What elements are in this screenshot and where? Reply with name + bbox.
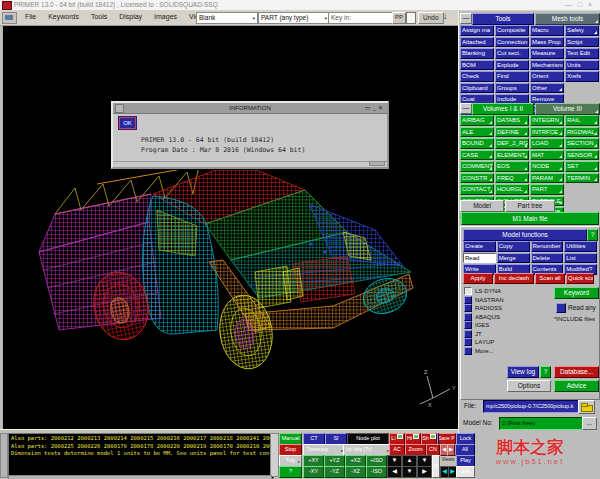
tool-cut-sect-[interactable]: Cut sect.: [495, 48, 529, 59]
r-button[interactable]: R: [432, 455, 440, 478]
console-scrollbar-left[interactable]: [0, 433, 8, 478]
file-path-input[interactable]: mp/c2500pickup-0.7/C2500pickup.k: [483, 400, 579, 413]
menu-images[interactable]: Images: [149, 10, 182, 24]
tool-mechanism[interactable]: Mechanism: [530, 60, 564, 71]
view-log-help-button[interactable]: ?: [540, 366, 551, 378]
mf-list[interactable]: List: [564, 253, 597, 264]
keyword-termin[interactable]: TERMIN: [565, 173, 599, 184]
dialog-resize-handle[interactable]: [369, 161, 385, 166]
dock-arrow-icon[interactable]: ↓: [443, 11, 448, 21]
tool-find[interactable]: Find: [495, 71, 529, 82]
main-file-bar[interactable]: M1 Main file: [461, 212, 599, 225]
options-button[interactable]: Options: [507, 380, 551, 392]
window-menu-icon[interactable]: [2, 12, 17, 24]
mf-copy[interactable]: Copy: [497, 241, 530, 252]
keyword-eos[interactable]: EOS: [495, 161, 529, 172]
mf-read[interactable]: Read: [463, 253, 496, 264]
keyword-set[interactable]: SET: [565, 161, 599, 172]
console-output[interactable]: Also parts: 2000212 2000213 2000214 2000…: [8, 433, 274, 479]
database-button[interactable]: Database...: [554, 366, 599, 378]
action-quick-scan[interactable]: Quick scan: [566, 273, 594, 284]
keyword-constr[interactable]: CONSTR: [460, 173, 494, 184]
close-icon[interactable]: ✕: [378, 105, 385, 111]
rotate-right-icon[interactable]: ▶: [417, 466, 432, 478]
console-scrollbar-bottom[interactable]: [8, 475, 272, 479]
tab-tools[interactable]: Tools: [472, 13, 534, 25]
tool-composite[interactable]: Composite: [495, 25, 529, 36]
tool-safety[interactable]: Safety: [565, 25, 599, 36]
folder-icon[interactable]: [578, 400, 595, 414]
keyword-case[interactable]: CASE: [460, 150, 494, 161]
tab-volumes-1-2[interactable]: Volumes I & II: [472, 103, 534, 115]
tool-bom[interactable]: BOM: [460, 60, 494, 71]
mf-create[interactable]: Create: [463, 241, 496, 252]
tool-measure[interactable]: Measure: [530, 48, 564, 59]
tool-blanking[interactable]: Blanking: [460, 48, 494, 59]
format-option-ls-dyna[interactable]: LS-DYNA: [464, 287, 506, 296]
tab-mesh-tools[interactable]: Mesh tools: [535, 13, 600, 25]
keyword-sensor[interactable]: SENSOR: [565, 150, 599, 161]
dialog-titlebar[interactable]: INFORMATION: [113, 103, 387, 114]
console-scrollbar-right[interactable]: [270, 433, 279, 477]
tool-connection[interactable]: Connection: [495, 37, 529, 48]
maximize-icon[interactable]: ▭: [365, 105, 373, 111]
menu-display[interactable]: Display: [114, 10, 147, 24]
mf-delete[interactable]: Delete: [531, 253, 564, 264]
format-option-iges[interactable]: IGES: [464, 321, 506, 330]
keyword-part[interactable]: PART: [530, 184, 564, 195]
tab-part-tree[interactable]: Part tree: [505, 200, 555, 212]
read-any-checkbox[interactable]: [556, 303, 566, 313]
tool-xrefs[interactable]: Xrefs: [565, 71, 599, 82]
action-scan-all[interactable]: Scan all: [535, 273, 565, 284]
tool-explode[interactable]: Explode: [495, 60, 529, 71]
keyword-node[interactable]: NODE: [530, 161, 564, 172]
keyword-def-2-rg[interactable]: DEF_2_RG: [495, 138, 529, 149]
minimize-icon[interactable]: —: [565, 1, 578, 8]
action-inc-declash[interactable]: Inc declash: [494, 273, 534, 284]
format-option-more-[interactable]: More...: [464, 347, 506, 356]
menu-keywords[interactable]: Keywords: [43, 10, 84, 24]
format-option-radioss[interactable]: RADIOSS: [464, 304, 506, 313]
keyword-freq[interactable]: FREQ: [495, 173, 529, 184]
model-no-field[interactable]: 2 (First free): [499, 417, 585, 430]
close-icon[interactable]: ×: [588, 1, 598, 8]
collapse-icon[interactable]: —: [460, 103, 472, 114]
keyword-bound[interactable]: BOUND: [460, 138, 494, 149]
tool-orient[interactable]: Orient: [530, 71, 564, 82]
tool-macro[interactable]: Macro: [530, 25, 564, 36]
rotate-left-icon[interactable]: ◀: [387, 466, 402, 478]
ok-button[interactable]: OK: [119, 117, 136, 129]
keyword-rail[interactable]: RAIL: [565, 115, 599, 126]
tool-groups[interactable]: Groups: [495, 83, 529, 94]
keyword-contact[interactable]: CONTACT: [460, 184, 494, 195]
tool-text-edit[interactable]: Text Edit: [565, 48, 599, 59]
action-apply[interactable]: Apply: [463, 273, 493, 284]
blank-dropdown[interactable]: Blank ▾: [196, 12, 258, 24]
view-log-button[interactable]: View log: [507, 366, 539, 378]
keyword-integrn[interactable]: INTEGRN: [530, 115, 564, 126]
collapse-icon[interactable]: —: [460, 13, 472, 24]
mf-utilities[interactable]: Utilities: [564, 241, 597, 252]
keyword-rigdwal[interactable]: RIGDWAL: [565, 127, 599, 138]
keyword-section[interactable]: SECTION: [565, 138, 599, 149]
mf-merge[interactable]: Merge: [497, 253, 530, 264]
format-option-nastran[interactable]: NASTRAN: [464, 296, 506, 305]
keyword-element[interactable]: ELEMENT: [495, 150, 529, 161]
format-option-abaqus[interactable]: ABAQUS: [464, 313, 506, 322]
tab-volume-3[interactable]: Volume III: [535, 103, 600, 115]
keyword-intrfce[interactable]: INTRFCE: [530, 127, 564, 138]
keyword-button[interactable]: Keyword: [554, 287, 599, 299]
keyword-load[interactable]: LOAD: [530, 138, 564, 149]
browse-button[interactable]: ...: [582, 417, 597, 430]
keyword-hourgl[interactable]: HOURGL: [495, 184, 529, 195]
console-help-button[interactable]: ?: [279, 466, 302, 478]
view-minus-xy-button[interactable]: -XY: [303, 466, 324, 478]
tab-model[interactable]: Model: [460, 200, 504, 212]
menu-file[interactable]: File: [20, 10, 41, 24]
advice-button[interactable]: Advice: [554, 380, 599, 392]
maximize-icon[interactable]: □: [578, 1, 588, 8]
keyword-define[interactable]: DEFINE: [495, 127, 529, 138]
keyword-databs[interactable]: DATABS: [495, 115, 529, 126]
graphics-canvas[interactable]: Z Y X INFORMATION ▭_✕ OK PRIMER 13.0 - 6…: [2, 26, 459, 429]
keyword-ale[interactable]: ALE: [460, 127, 494, 138]
